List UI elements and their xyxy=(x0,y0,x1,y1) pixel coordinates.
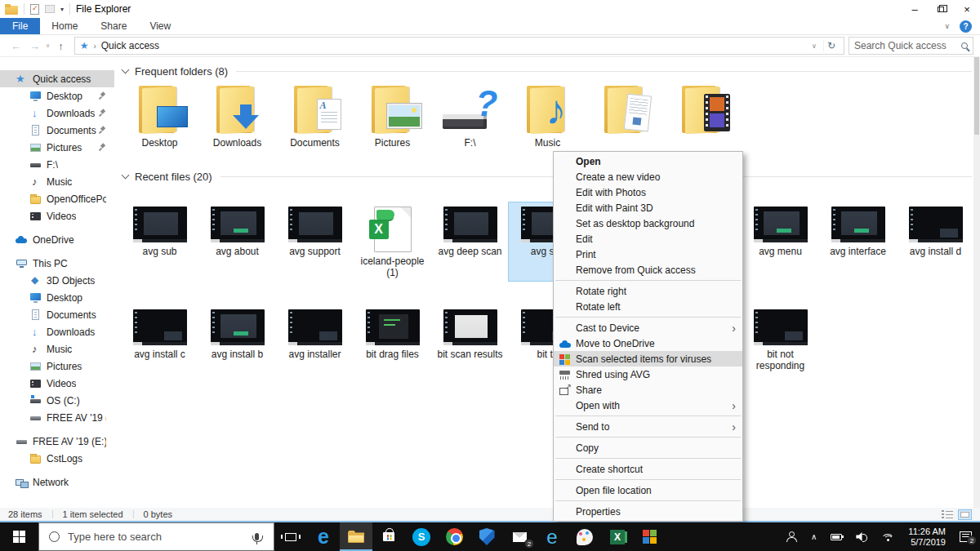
taskbar-mail-button[interactable]: 2 xyxy=(503,522,536,551)
context-menu-item[interactable]: Share › xyxy=(554,382,742,398)
sidebar-item[interactable]: Pictures xyxy=(0,358,114,375)
context-menu-item[interactable]: Open file location › xyxy=(554,482,742,498)
breadcrumb[interactable]: Quick access xyxy=(101,40,159,51)
tab-share[interactable]: Share xyxy=(89,18,138,34)
context-menu-item[interactable]: › xyxy=(555,415,741,416)
file-tile[interactable]: avg deep scan xyxy=(431,202,509,281)
context-menu-item[interactable]: Cast to Device › xyxy=(554,320,742,335)
action-center-icon[interactable]: 2 xyxy=(960,531,972,542)
sidebar-item[interactable]: Downloads xyxy=(0,323,114,340)
taskbar-edge-button[interactable] xyxy=(307,522,340,551)
file-tile[interactable]: avg installer xyxy=(276,305,354,374)
folder-tile[interactable]: Desktop xyxy=(121,81,198,151)
folder-tile[interactable]: Documents xyxy=(276,81,354,151)
file-tile[interactable]: avg install c xyxy=(121,305,198,374)
sidebar-item[interactable]: Downloads xyxy=(0,104,114,122)
file-tile[interactable]: avg about xyxy=(198,202,276,281)
properties-icon[interactable] xyxy=(30,4,39,15)
context-menu-item[interactable]: Scan selected items for viruses › xyxy=(554,351,742,367)
search-box[interactable] xyxy=(849,37,973,55)
tab-file[interactable]: File xyxy=(0,18,40,34)
sidebar-item[interactable]: Music xyxy=(0,340,114,358)
context-menu-item[interactable]: Create a new video › xyxy=(554,169,742,184)
file-tile[interactable]: avg support xyxy=(276,202,354,281)
context-menu-item[interactable]: › xyxy=(555,437,741,438)
start-button[interactable] xyxy=(0,522,38,551)
search-icon[interactable] xyxy=(961,42,968,49)
context-menu-item[interactable]: Shred using AVG › xyxy=(554,367,742,382)
file-tile[interactable]: iceland-people (1) xyxy=(354,202,431,281)
close-button[interactable]: × xyxy=(954,0,980,18)
context-menu-item[interactable]: Remove from Quick access › xyxy=(554,262,742,278)
context-menu-item[interactable]: Properties › xyxy=(554,504,742,519)
wifi-icon[interactable] xyxy=(881,532,894,541)
speaker-icon[interactable] xyxy=(856,532,867,541)
task-view-button[interactable] xyxy=(274,522,307,551)
context-menu-item[interactable]: › xyxy=(555,500,741,501)
restore-button[interactable] xyxy=(928,0,954,18)
taskbar-chrome-button[interactable] xyxy=(438,522,470,551)
sidebar-item[interactable]: CstLogs xyxy=(0,450,114,467)
context-menu-item[interactable]: Edit › xyxy=(554,231,742,247)
file-tile[interactable]: avg interface xyxy=(819,202,897,281)
clock[interactable]: 11:26 AM 5/7/2019 xyxy=(908,527,946,548)
sidebar-item[interactable]: FREE AV '19 (E:) xyxy=(0,433,114,450)
search-input[interactable] xyxy=(854,40,958,51)
sidebar-item[interactable]: Quick access xyxy=(0,70,114,87)
context-menu-item[interactable]: Rotate left › xyxy=(554,299,742,314)
sidebar-item[interactable]: Desktop xyxy=(0,87,114,104)
sidebar-item[interactable]: F:\ xyxy=(0,156,114,173)
file-tile[interactable]: avg install d xyxy=(897,202,974,281)
sidebar-item[interactable]: Desktop xyxy=(0,289,114,306)
context-menu-item[interactable]: Create shortcut › xyxy=(554,461,742,477)
sidebar-item[interactable]: Music xyxy=(0,173,114,190)
help-icon[interactable] xyxy=(960,20,972,33)
sidebar-item[interactable]: Videos xyxy=(0,375,114,392)
sidebar-item[interactable]: 3D Objects xyxy=(0,272,114,289)
recent-locations-chevron-icon[interactable]: ∨ xyxy=(46,42,50,49)
file-tile[interactable]: avg install b xyxy=(198,305,276,374)
context-menu-item[interactable]: Open with › xyxy=(554,398,742,413)
sidebar-item[interactable]: Documents xyxy=(0,306,114,323)
folder-tile[interactable] xyxy=(586,81,664,151)
taskbar-search[interactable]: Type here to search xyxy=(38,522,274,551)
taskbar-internet-explorer-button[interactable] xyxy=(536,522,568,551)
up-button[interactable]: ↑ xyxy=(58,40,64,52)
refresh-icon[interactable]: ↻ xyxy=(823,40,839,51)
sidebar-item[interactable]: Documents xyxy=(0,122,114,139)
microphone-icon[interactable] xyxy=(255,533,259,540)
sidebar-item[interactable]: OpenOfficePortable xyxy=(0,190,114,207)
address-bar[interactable]: › Quick access ∨ ↻ xyxy=(74,37,844,55)
collapse-chevron-icon[interactable] xyxy=(122,66,130,74)
taskbar-avg-button[interactable] xyxy=(634,522,666,551)
sidebar-item[interactable]: OS (C:) xyxy=(0,392,114,409)
sidebar-item[interactable]: Network xyxy=(0,473,114,491)
back-button[interactable]: ← xyxy=(11,40,21,52)
folder-tile[interactable]: Downloads xyxy=(198,81,276,151)
thumbnails-view-icon[interactable] xyxy=(958,509,972,520)
folder-tile[interactable]: Music xyxy=(509,81,586,151)
file-tile[interactable]: avg menu xyxy=(742,202,819,281)
file-tile[interactable]: bit drag files xyxy=(354,305,431,374)
context-menu-item[interactable]: › xyxy=(555,317,741,318)
sidebar-item[interactable]: FREE AV '19 (E:) xyxy=(0,409,114,426)
sidebar-item[interactable]: OneDrive xyxy=(0,231,114,248)
forward-button[interactable]: → xyxy=(29,40,40,52)
customize-toolbar-icon[interactable]: ▾ xyxy=(60,6,64,13)
collapse-chevron-icon[interactable] xyxy=(122,171,130,180)
taskbar-skype-button[interactable] xyxy=(405,522,438,551)
battery-icon[interactable] xyxy=(831,534,842,540)
context-menu-item[interactable]: › xyxy=(555,479,741,480)
taskbar-excel-button[interactable] xyxy=(601,522,634,551)
scrollbar[interactable] xyxy=(973,57,980,508)
sidebar-item[interactable]: This PC xyxy=(0,255,114,272)
file-tile[interactable]: bit scan results xyxy=(431,305,509,374)
context-menu-item[interactable]: › xyxy=(555,280,741,281)
tray-expand-chevron-icon[interactable] xyxy=(811,532,817,541)
taskbar-defender-button[interactable] xyxy=(470,522,503,551)
context-menu-item[interactable]: Edit with Paint 3D › xyxy=(554,200,742,216)
sidebar-item[interactable]: Pictures xyxy=(0,139,114,156)
people-icon[interactable] xyxy=(786,531,797,542)
context-menu-item[interactable]: Copy › xyxy=(554,440,742,455)
context-menu-item[interactable]: Print › xyxy=(554,247,742,262)
